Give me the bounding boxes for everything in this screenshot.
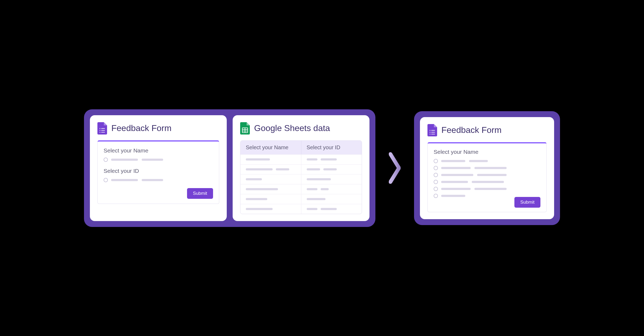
placeholder-line bbox=[246, 208, 273, 210]
placeholder-line bbox=[307, 158, 317, 160]
placeholder-line bbox=[307, 168, 320, 170]
radio-option[interactable] bbox=[104, 178, 213, 182]
radio-option[interactable] bbox=[104, 158, 213, 162]
sheets-header-cell: Select your Name bbox=[240, 141, 301, 154]
question-label: Select your ID bbox=[104, 168, 213, 174]
svg-rect-5 bbox=[101, 132, 105, 132]
svg-rect-1 bbox=[101, 128, 105, 129]
question-label: Select your Name bbox=[104, 147, 213, 154]
submit-row: Submit bbox=[434, 197, 540, 208]
svg-rect-10 bbox=[430, 130, 430, 131]
form-question-id: Select your ID bbox=[104, 168, 213, 182]
svg-rect-2 bbox=[100, 130, 100, 131]
radio-option[interactable] bbox=[434, 173, 540, 177]
google-sheets-card: Google Sheets data Select your Name Sele… bbox=[233, 115, 369, 221]
card-header: Feedback Form bbox=[427, 124, 547, 136]
feedback-form-card-before: Feedback Form Select your Name Select yo… bbox=[90, 115, 227, 221]
placeholder-line bbox=[307, 208, 317, 210]
table-cell bbox=[240, 174, 301, 184]
placeholder-line bbox=[323, 168, 337, 170]
placeholder-line bbox=[142, 159, 163, 161]
radio-icon bbox=[434, 187, 438, 191]
arrow-container bbox=[389, 152, 401, 184]
radio-option[interactable] bbox=[434, 166, 540, 170]
table-row bbox=[240, 204, 362, 214]
placeholder-line bbox=[307, 198, 325, 200]
placeholder-line bbox=[441, 181, 468, 183]
svg-rect-3 bbox=[101, 130, 105, 130]
feedback-form-card-after: Feedback Form Select your Name bbox=[420, 117, 554, 219]
placeholder-line bbox=[111, 179, 138, 181]
placeholder-line bbox=[321, 188, 329, 190]
table-row bbox=[240, 184, 362, 194]
placeholder-line bbox=[321, 208, 337, 210]
table-cell bbox=[240, 194, 301, 204]
placeholder-line bbox=[246, 188, 278, 190]
radio-option[interactable] bbox=[434, 159, 540, 163]
placeholder-line bbox=[276, 168, 289, 170]
card-header: Google Sheets data bbox=[240, 122, 362, 135]
table-cell bbox=[301, 165, 362, 174]
form-question-name: Select your Name bbox=[104, 147, 213, 162]
placeholder-line bbox=[441, 188, 471, 190]
table-cell bbox=[240, 155, 301, 164]
sheets-header-cell: Select your ID bbox=[301, 141, 362, 154]
google-forms-icon bbox=[97, 122, 107, 135]
placeholder-line bbox=[111, 159, 138, 161]
placeholder-line bbox=[246, 158, 270, 160]
table-row bbox=[240, 174, 362, 184]
placeholder-line bbox=[321, 158, 337, 160]
form-body: Select your Name Select your ID bbox=[97, 140, 219, 204]
submit-button[interactable]: Submit bbox=[187, 188, 213, 199]
radio-icon bbox=[434, 159, 438, 163]
placeholder-line bbox=[246, 198, 267, 200]
placeholder-line bbox=[246, 168, 273, 170]
table-cell bbox=[301, 174, 362, 184]
placeholder-line bbox=[441, 195, 465, 197]
placeholder-line bbox=[441, 160, 465, 162]
table-cell bbox=[301, 204, 362, 214]
card-title: Feedback Form bbox=[111, 123, 171, 133]
radio-icon bbox=[104, 178, 108, 182]
radio-option[interactable] bbox=[434, 180, 540, 184]
placeholder-line bbox=[474, 167, 507, 169]
submit-button[interactable]: Submit bbox=[514, 197, 540, 208]
svg-rect-0 bbox=[100, 128, 100, 129]
sheets-header-row: Select your Name Select your ID bbox=[240, 141, 362, 154]
card-header: Feedback Form bbox=[97, 122, 219, 135]
table-row bbox=[240, 154, 362, 164]
svg-rect-4 bbox=[100, 132, 100, 133]
svg-rect-14 bbox=[430, 134, 430, 135]
chevron-right-icon bbox=[389, 152, 401, 184]
placeholder-line bbox=[441, 174, 473, 176]
placeholder-line bbox=[469, 160, 488, 162]
right-card-group: Feedback Form Select your Name bbox=[414, 111, 560, 225]
table-cell bbox=[240, 204, 301, 214]
radio-icon bbox=[434, 166, 438, 170]
radio-icon bbox=[434, 194, 438, 198]
placeholder-line bbox=[246, 178, 262, 180]
google-sheets-icon bbox=[240, 122, 250, 135]
submit-row: Submit bbox=[104, 188, 213, 199]
table-cell bbox=[301, 184, 362, 194]
svg-rect-13 bbox=[431, 132, 435, 132]
radio-icon bbox=[434, 173, 438, 177]
radio-icon bbox=[104, 158, 108, 162]
diagram-container: Feedback Form Select your Name Select yo… bbox=[84, 109, 560, 227]
placeholder-line bbox=[307, 188, 317, 190]
table-row bbox=[240, 164, 362, 174]
sheets-table: Select your Name Select your ID bbox=[240, 140, 362, 214]
table-cell bbox=[240, 165, 301, 174]
radio-option[interactable] bbox=[434, 187, 540, 191]
card-title: Google Sheets data bbox=[254, 123, 330, 133]
placeholder-line bbox=[472, 181, 504, 183]
question-label: Select your Name bbox=[434, 149, 540, 155]
svg-rect-15 bbox=[431, 134, 435, 134]
table-cell bbox=[301, 155, 362, 164]
svg-rect-12 bbox=[430, 132, 430, 133]
svg-rect-11 bbox=[431, 130, 435, 130]
table-cell bbox=[301, 194, 362, 204]
form-body: Select your Name bbox=[427, 142, 547, 212]
placeholder-line bbox=[477, 174, 507, 176]
table-row bbox=[240, 194, 362, 204]
